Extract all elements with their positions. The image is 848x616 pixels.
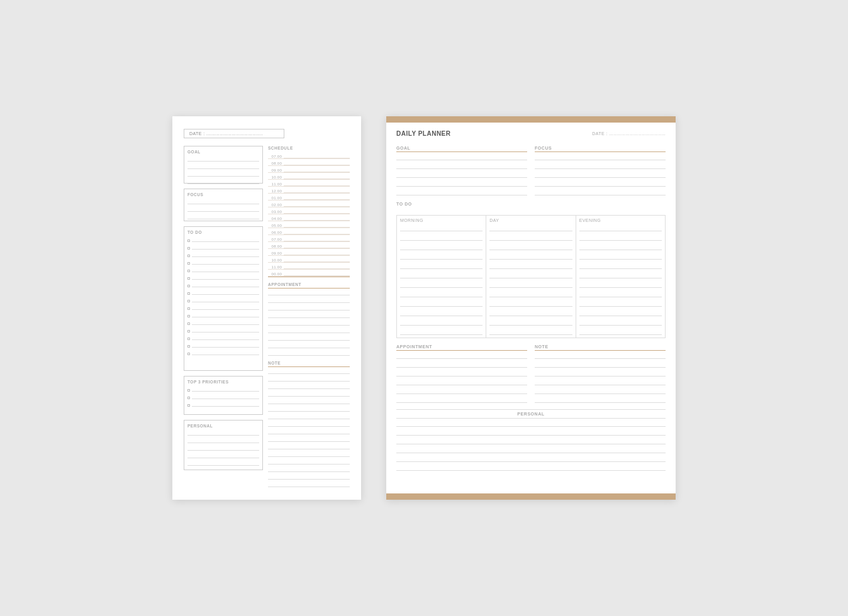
right-appointment-section: APPOINTMENT [396,344,527,403]
checkbox-icon[interactable] [187,255,190,257]
line [284,192,350,193]
todo-label: TO DO [187,230,259,234]
note-label: NOTE [268,361,350,367]
line [400,300,483,307]
checkbox-icon[interactable] [187,315,190,317]
checkbox-icon[interactable] [187,292,190,295]
line [400,263,483,269]
checkbox-icon[interactable] [187,307,190,310]
time-label: 11.00 [268,182,284,186]
line [268,343,350,348]
schedule-time-row: 08.00 [268,242,350,249]
todo-item [187,252,259,257]
todo-item [187,297,259,302]
line [579,282,662,288]
checkbox-icon[interactable] [187,277,190,280]
checkbox-icon[interactable] [187,322,190,325]
line [489,253,572,260]
line [284,165,350,165]
checkbox-icon[interactable] [187,300,190,302]
line [187,438,259,443]
line [579,225,662,231]
checkbox-icon[interactable] [187,338,190,340]
line [400,310,483,316]
evening-col: EVENING [576,216,665,338]
line [268,475,350,480]
day-col: DAY [486,216,576,338]
right-goal-label: GOAL [396,146,527,152]
evening-label: EVENING [579,218,662,223]
line [489,310,572,316]
line [396,353,527,359]
schedule-time-row: 11.00 [268,263,350,270]
line [268,384,350,389]
time-label: 07.00 [268,238,284,241]
checkbox-icon[interactable] [187,247,190,250]
line [535,181,666,187]
line [192,241,259,242]
line [489,282,572,288]
line [268,429,350,434]
line [579,244,662,250]
line [396,397,527,403]
checkbox-icon[interactable] [187,353,190,355]
line [192,339,259,340]
line [192,406,259,407]
left-date-box[interactable]: DATE : .................................… [184,129,284,138]
line [187,164,259,169]
personal-lines [187,431,259,466]
line [489,272,572,278]
checkbox-icon[interactable] [187,239,190,242]
checkbox-icon[interactable] [187,262,190,265]
todo-item [187,327,259,333]
checkbox-icon[interactable] [187,270,190,272]
bullet-icon [187,389,190,392]
line [187,446,259,451]
line [192,256,259,257]
line [489,234,572,241]
note-lines [535,353,666,403]
personal-label: PERSONAL [187,424,259,428]
checkbox-icon[interactable] [187,345,190,348]
priority-item [187,394,259,399]
todo-item [187,245,259,250]
line [489,263,572,269]
note-lines [268,369,350,487]
line [400,234,483,241]
line [268,392,350,397]
line [284,255,350,255]
header-bar [386,116,676,123]
line [489,244,572,250]
daily-planner-title: DAILY PLANNER [396,130,451,137]
time-label: 11.00 [268,265,284,269]
apt-note-row: APPOINTMENT NOTE [396,344,666,403]
right-personal-label: PERSONAL [396,409,666,419]
line [284,220,350,221]
note-section: NOTE [268,361,350,487]
right-content-area: DAILY PLANNER DATE : ...................… [386,123,676,493]
line [396,155,527,160]
time-label: 02.00 [268,203,284,207]
morning-lines [400,225,483,335]
priorities-section: TOP 3 PRIORITIES [184,376,263,415]
time-label: 06.00 [268,231,284,234]
schedule-time-row: 04.00 [268,214,350,221]
line [400,225,483,231]
line [268,369,350,374]
line [192,249,259,250]
line [268,336,350,341]
time-label: 09.00 [268,168,284,172]
time-label: 00.00 [268,272,284,276]
checkbox-icon[interactable] [187,330,190,333]
line [579,300,662,307]
checkbox-icon[interactable] [187,285,190,287]
line [192,317,259,317]
line [268,328,350,333]
schedule-time-row: 05.00 [268,221,350,228]
line [192,272,259,272]
line [396,439,666,444]
line [192,347,259,348]
line [396,388,527,394]
todo-item [187,290,259,295]
line [284,248,350,248]
